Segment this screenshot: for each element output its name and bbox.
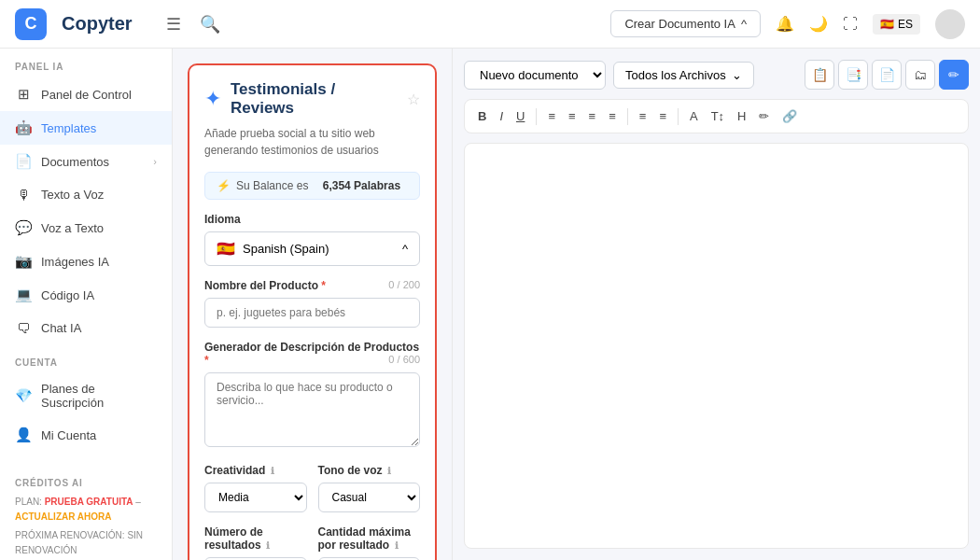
sidebar-item-templates[interactable]: 🤖 Templates [0, 111, 172, 145]
tono-select[interactable]: Formal Casual Amigable Profesional [318, 483, 421, 512]
templates-icon: 🤖 [15, 119, 32, 136]
main: ✦ Testimonials / Reviews ☆ Añade prueba … [173, 49, 980, 560]
dashboard-icon: ⊞ [15, 86, 32, 103]
format-list-ul[interactable]: ≡ [655, 107, 670, 125]
sidebar-item-panel-control[interactable]: ⊞ Panel de Control [0, 77, 172, 111]
menu-icon[interactable]: ☰ [162, 10, 185, 38]
tono-field: Tono de voz ℹ Formal Casual Amigable Pro… [318, 464, 421, 512]
cantidad-maxima-info-icon[interactable]: ℹ [395, 540, 399, 551]
card-title: Testimonials / Reviews [231, 80, 398, 118]
cantidad-maxima-label: Cantidad máxima por resultado ℹ [318, 525, 421, 552]
nombre-count: 0 / 200 [388, 279, 420, 290]
todos-archivos-select[interactable]: Todos los Archivos ⌄ [613, 62, 754, 89]
sidebar-label-imagenes-ia: Imágenes IA [41, 255, 109, 269]
toolbar-icon-5[interactable]: ✏ [939, 60, 969, 90]
language-select[interactable]: 🇪🇸 Spanish (Spain) ^ [204, 231, 420, 266]
cuenta-section-label: CUENTA [0, 344, 172, 373]
tono-label: Tono de voz ℹ [318, 464, 421, 477]
balance-bar: ⚡ Su Balance es 6,354 Palabras [204, 172, 420, 200]
codigo-ia-icon: 💻 [15, 287, 32, 303]
todos-archivos-label: Todos los Archivos [625, 68, 726, 82]
favorite-icon[interactable]: ☆ [407, 91, 420, 108]
language-flag-badge[interactable]: 🇪🇸 ES [873, 14, 920, 35]
chevron-up-lang-icon: ^ [402, 242, 408, 256]
sidebar-item-texto-a-voz[interactable]: 🎙 Texto a Voz [0, 178, 172, 211]
num-resultados-info-icon[interactable]: ℹ [266, 540, 270, 551]
layout: PANEL IA ⊞ Panel de Control 🤖 Templates … [0, 49, 980, 560]
format-font-color[interactable]: A [686, 107, 702, 125]
texto-a-voz-icon: 🎙 [15, 187, 32, 203]
format-text-size[interactable]: T↕ [707, 107, 728, 125]
crear-doc-button[interactable]: Crear Documento IA ^ [610, 10, 761, 37]
cantidad-maxima-field: Cantidad máxima por resultado ℹ [318, 525, 421, 560]
toolbar-icon-3[interactable]: 📄 [872, 60, 902, 90]
card-header: ✦ Testimonials / Reviews ☆ [204, 80, 420, 118]
nombre-producto-input[interactable] [204, 298, 420, 328]
bell-icon[interactable]: 🔔 [776, 15, 794, 33]
toolbar-icon-1[interactable]: 📋 [805, 60, 834, 90]
format-align-right[interactable]: ≡ [585, 107, 600, 125]
sidebar-label-mi-cuenta: Mi Cuenta [41, 428, 96, 442]
idioma-label: Idioma [204, 213, 420, 226]
format-align-left[interactable]: ≡ [544, 107, 559, 125]
sidebar-item-voz-a-texto[interactable]: 💬 Voz a Texto [0, 211, 172, 245]
renovacion-text: PRÓXIMA RENOVACIÓN: SIN RENOVACIÓN [15, 528, 157, 558]
sidebar-item-planes[interactable]: 💎 Planes de Suscripción [0, 373, 172, 418]
format-list-ol[interactable]: ≡ [636, 107, 651, 125]
format-align-justify[interactable]: ≡ [605, 107, 620, 125]
format-bold[interactable]: B [474, 107, 490, 125]
documentos-icon: 📄 [15, 153, 32, 170]
nombre-producto-label: Nombre del Producto * 0 / 200 [204, 279, 420, 292]
balance-label: Su Balance es [236, 179, 308, 192]
star-icon: ✦ [204, 87, 221, 111]
sidebar-item-imagenes-ia[interactable]: 📷 Imágenes IA [0, 245, 172, 278]
search-icon[interactable]: 🔍 [196, 10, 224, 38]
lightning-icon: ⚡ [217, 179, 231, 192]
planes-icon: 💎 [15, 387, 32, 404]
sidebar-label-texto-a-voz: Texto a Voz [41, 188, 104, 202]
format-align-center[interactable]: ≡ [565, 107, 580, 125]
right-panel: Nuevo documento Todos los Archivos ⌄ 📋 📑… [453, 49, 980, 560]
chat-ia-icon: 🗨 [15, 320, 32, 336]
card-description: Añade prueba social a tu sitio web gener… [204, 125, 420, 159]
sidebar-label-chat-ia: Chat IA [41, 321, 81, 335]
desc-productos-textarea[interactable] [204, 372, 420, 447]
plan-text: PLAN: [15, 497, 45, 507]
nombre-producto-field: Nombre del Producto * 0 / 200 [204, 279, 420, 341]
left-panel: ✦ Testimonials / Reviews ☆ Añade prueba … [173, 49, 453, 560]
toolbar-icon-4[interactable]: 🗂 [905, 60, 935, 90]
sidebar-label-planes: Planes de Suscripción [41, 382, 157, 410]
sidebar-item-chat-ia[interactable]: 🗨 Chat IA [0, 312, 172, 344]
sidebar-item-documentos[interactable]: 📄 Documentos › [0, 145, 172, 178]
lang-flag-icon: 🇪🇸 [217, 240, 235, 258]
format-italic[interactable]: I [496, 107, 507, 125]
sidebar-item-mi-cuenta[interactable]: 👤 Mi Cuenta [0, 418, 172, 452]
arrow-right-icon: › [153, 156, 157, 167]
moon-icon[interactable]: 🌙 [809, 15, 828, 33]
plan-update-link[interactable]: ACTUALIZAR AHORA [15, 511, 112, 522]
format-pen[interactable]: ✏ [755, 107, 773, 125]
mi-cuenta-icon: 👤 [15, 427, 32, 443]
sidebar-label-voz-a-texto: Voz a Texto [41, 221, 104, 235]
toolbar-icons: 📋 📑 📄 🗂 ✏ [805, 60, 969, 90]
format-heading[interactable]: H [734, 107, 749, 125]
editor-area[interactable] [464, 143, 969, 549]
toolbar-icon-2[interactable]: 📑 [838, 60, 868, 90]
sidebar-item-codigo-ia[interactable]: 💻 Código IA [0, 278, 172, 312]
plan-line: PLAN: PRUEBA GRATUITA – ACTUALIZAR AHORA [15, 495, 157, 525]
topnav: C Copyter ☰ 🔍 Crear Documento IA ^ 🔔 🌙 ⛶… [0, 0, 980, 49]
creatividad-info-icon[interactable]: ℹ [271, 466, 274, 476]
nuevo-doc-select[interactable]: Nuevo documento [464, 61, 606, 90]
creatividad-select[interactable]: Baja Media Alta [204, 483, 307, 512]
format-link[interactable]: 🔗 [778, 107, 801, 125]
desc-productos-field: Generador de Descripción de Productos * … [204, 341, 420, 464]
format-underline[interactable]: U [512, 107, 528, 125]
user-avatar[interactable] [935, 9, 965, 39]
fullscreen-icon[interactable]: ⛶ [843, 16, 858, 33]
imagenes-ia-icon: 📷 [15, 253, 32, 270]
sidebar-label-codigo-ia: Código IA [41, 288, 94, 302]
logo-text: Copyter [62, 13, 133, 35]
plan-free-label: PRUEBA GRATUITA [45, 497, 133, 507]
balance-value: 6,354 Palabras [323, 179, 400, 192]
tono-info-icon[interactable]: ℹ [387, 466, 391, 476]
